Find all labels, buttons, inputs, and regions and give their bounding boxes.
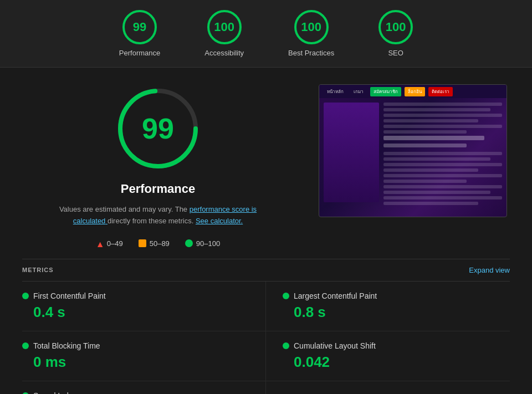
screenshot-nav: หน้าหลัก เกมา สมัครสมาชิก ล็อกอิน ติดต่อ… (319, 85, 507, 98)
text-line-subheader (383, 144, 467, 147)
metric-tbt-value: 0 ms (22, 354, 249, 371)
main-content: 99 Performance Values are estimated and … (0, 68, 532, 259)
text-line-7 (383, 152, 502, 155)
big-score-number: 99 (142, 112, 174, 145)
nav-games: เกมา (350, 87, 367, 96)
legend-range-red: 0–49 (107, 239, 123, 248)
score-item-accessibility: 100 Accessibility (204, 10, 244, 57)
metric-cls-name-row: Cumulative Layout Shift (283, 341, 510, 350)
metric-lcp-name-row: Largest Contentful Paint (283, 291, 510, 300)
metric-fcp-value: 0.4 s (22, 304, 249, 321)
legend-row: ▲ 0–49 50–89 90–100 (96, 239, 220, 248)
legend-range-green: 90–100 (196, 239, 220, 248)
score-item-best-practices: 100 Best Practices (288, 10, 334, 57)
metric-si-dot (22, 392, 29, 394)
scores-bar: 99 Performance 100 Accessibility 100 Bes… (0, 0, 532, 68)
metric-tbt-name: Total Blocking Time (33, 341, 100, 350)
big-score-wrapper: 99 (114, 84, 202, 173)
metrics-section: METRICS Expand view First Contentful Pai… (0, 259, 532, 394)
text-line-6 (383, 130, 467, 134)
red-triangle-icon: ▲ (96, 239, 104, 247)
text-line-14 (383, 191, 490, 194)
metric-tbt: Total Blocking Time 0 ms (22, 331, 266, 381)
nav-contact: ติดต่อเรา (428, 87, 453, 96)
score-circle-accessibility: 100 (207, 10, 242, 44)
text-line-2 (383, 108, 490, 111)
calculator-link[interactable]: See calculator. (196, 217, 243, 225)
legend-range-orange: 50–89 (150, 239, 170, 248)
desc-text: Values are estimated and may vary. The (59, 205, 187, 213)
text-line-13 (383, 185, 502, 188)
metric-fcp-dot (22, 293, 29, 299)
metric-fcp: First Contentful Paint 0.4 s (22, 282, 266, 331)
metric-fcp-name: First Contentful Paint (33, 291, 106, 300)
metrics-section-title: METRICS (22, 267, 54, 273)
screenshot-body (319, 98, 507, 212)
score-circle-performance: 99 (122, 10, 157, 44)
score-value-seo: 100 (386, 20, 406, 34)
expand-view-button[interactable]: Expand view (469, 266, 510, 274)
score-label-performance: Performance (119, 49, 160, 57)
metric-si-name: Speed Index (33, 391, 77, 394)
text-line-1 (383, 103, 502, 106)
text-line-15 (383, 196, 502, 199)
nav-login: ล็อกอิน (405, 87, 425, 96)
metric-lcp-name: Largest Contentful Paint (294, 291, 377, 300)
left-panel: 99 Performance Values are estimated and … (22, 84, 294, 248)
score-item-performance: 99 Performance (119, 10, 160, 57)
metric-tbt-dot (22, 342, 29, 349)
screenshot-image (324, 103, 379, 202)
metric-lcp-value: 0.8 s (283, 304, 510, 321)
text-line-3 (383, 114, 502, 117)
score-circle-seo: 100 (378, 10, 413, 44)
performance-description: Values are estimated and may vary. The p… (53, 204, 263, 227)
score-value-performance: 99 (133, 20, 146, 34)
legend-item-orange: 50–89 (139, 239, 170, 248)
score-value-best-practices: 100 (301, 20, 321, 34)
text-line-8 (383, 157, 490, 161)
metrics-header: METRICS Expand view (22, 259, 510, 282)
text-line-10 (383, 168, 478, 172)
score-label-best-practices: Best Practices (288, 49, 334, 57)
right-panel: หน้าหลัก เกมา สมัครสมาชิก ล็อกอิน ติดต่อ… (316, 84, 510, 248)
score-item-seo: 100 SEO (378, 10, 413, 57)
metric-si-name-row: Speed Index (22, 391, 249, 394)
score-value-accessibility: 100 (214, 20, 234, 34)
metric-si: Speed Index 0.6 s (22, 381, 266, 394)
metric-cls-value: 0.042 (283, 354, 510, 371)
text-line-header (383, 136, 484, 140)
text-line-9 (383, 163, 502, 166)
score-circle-best-practices: 100 (294, 10, 329, 44)
legend-item-green: 90–100 (185, 239, 220, 248)
metric-tbt-name-row: Total Blocking Time (22, 341, 249, 350)
metrics-grid: First Contentful Paint 0.4 s Largest Con… (22, 282, 510, 394)
screenshot-text-area (383, 103, 502, 207)
legend-item-red: ▲ 0–49 (96, 239, 123, 248)
metric-cls-dot (283, 342, 289, 349)
metric-cls-name: Cumulative Layout Shift (294, 341, 376, 350)
metric-fcp-name-row: First Contentful Paint (22, 291, 249, 300)
performance-title: Performance (121, 182, 196, 196)
nav-register: สมัครสมาชิก (370, 87, 401, 96)
score-label-seo: SEO (388, 49, 403, 57)
metric-lcp: Largest Contentful Paint 0.8 s (266, 282, 510, 331)
green-circle-icon (185, 239, 193, 247)
text-line-4 (383, 119, 478, 122)
orange-square-icon (139, 239, 146, 247)
metric-cls: Cumulative Layout Shift 0.042 (266, 331, 510, 381)
desc-connector: directly from these metrics. (108, 217, 193, 225)
text-line-16 (383, 202, 478, 205)
text-line-5 (383, 125, 502, 128)
text-line-11 (383, 174, 502, 177)
metric-lcp-dot (283, 293, 289, 299)
nav-home: หน้าหลัก (324, 87, 347, 96)
text-line-12 (383, 180, 467, 183)
score-label-accessibility: Accessibility (204, 49, 244, 57)
website-screenshot: หน้าหลัก เกมา สมัครสมาชิก ล็อกอิน ติดต่อ… (319, 84, 507, 217)
